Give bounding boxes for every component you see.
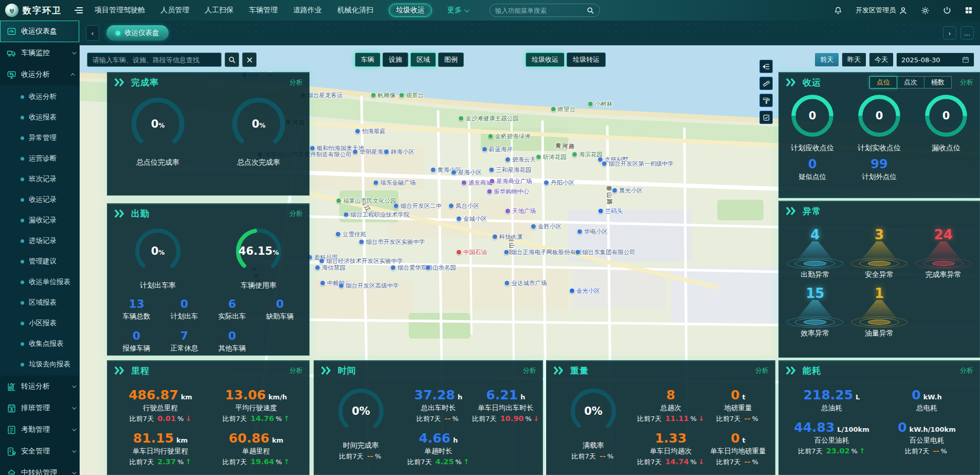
metric-label: 单车日均出车时长 (472, 403, 539, 413)
metric-label: 单车日均行驶里程 (113, 447, 208, 456)
radar-icon (848, 300, 910, 327)
map-label-text: 金光小区 (576, 287, 600, 295)
user-box[interactable]: 开发区管理员 (856, 6, 908, 15)
sidebar-subitem-7[interactable]: 漏收记录 (0, 210, 79, 231)
analysis-link[interactable]: 分析 (289, 78, 303, 87)
sidebar-item-3[interactable]: 收运分析 (0, 64, 79, 85)
sidebar-subitem-10[interactable]: 收运单位报表 (0, 272, 79, 292)
apps-grid-icon[interactable] (965, 6, 973, 14)
sidebar-subitem-3[interactable]: 异常管理 (0, 128, 79, 148)
menu-collapse-icon[interactable] (74, 7, 83, 14)
layer-toggle-1[interactable]: 车辆 (355, 52, 380, 67)
collection-tab-3[interactable]: 桶数 (924, 76, 952, 89)
poi-label: 银和怡海国奥天地 (310, 145, 364, 152)
sidebar-subitem-6[interactable]: 收运记录 (0, 189, 79, 210)
tool-ruler-button[interactable] (759, 77, 773, 90)
sidebar-subitem-13[interactable]: 收集点报表 (0, 333, 79, 354)
analysis-link[interactable]: 分析 (960, 78, 973, 87)
compare-line: 比前7天 11.11%↓ (637, 414, 704, 424)
abnormal-count: 3 (847, 228, 912, 241)
poi-label: 帆雕像 (371, 92, 396, 99)
nav-item-8[interactable]: 更多 (447, 6, 468, 15)
poi-label: 金光小区 (569, 287, 600, 295)
map-search-input[interactable] (87, 52, 222, 67)
mileage-metrics: 486.87km行驶总里程比前7天 0.01%↓13.06km/h平均行驶速度比… (107, 380, 309, 467)
tool-measure-brush-button[interactable] (759, 94, 773, 107)
analysis-link[interactable]: 分析 (289, 366, 303, 375)
ruler-icon (763, 80, 770, 87)
map-label-text: 烟台正海电子网板股份有限公司 (511, 249, 594, 256)
sidebar-subitem-8[interactable]: 进场记录 (0, 231, 79, 251)
tab-more-button[interactable]: … (960, 26, 974, 40)
nav-item-3[interactable]: 人工扫保 (205, 6, 233, 15)
map-search-button[interactable] (225, 52, 239, 67)
compare-prefix: 比前7天 (130, 415, 156, 423)
sidebar-subitem-14[interactable]: 垃圾去向报表 (0, 354, 79, 375)
analysis-link[interactable]: 分析 (960, 366, 973, 375)
date-button-1[interactable]: 前天 (814, 52, 839, 67)
collection-tab-1[interactable]: 点位 (869, 76, 897, 89)
tool-layer-list-button[interactable] (759, 60, 773, 73)
tool-select-check-button[interactable] (759, 111, 773, 124)
date-button-2[interactable]: 昨天 (842, 52, 866, 67)
bell-icon[interactable] (834, 6, 842, 15)
poi-label: 华明星海湾 (352, 148, 389, 156)
nav-item-4[interactable]: 车辆管理 (249, 6, 278, 15)
sidebar-item-5[interactable]: 排班管理 (0, 397, 79, 419)
nav-item-1[interactable]: 项目管理驾驶舱 (95, 6, 145, 15)
poi-icon (492, 234, 498, 240)
collection-tab-2[interactable]: 点次 (897, 76, 924, 89)
gauge-label: 满载率 (550, 441, 637, 450)
nav-item-5[interactable]: 道路作业 (293, 6, 322, 15)
analysis-link[interactable]: 分析 (755, 366, 769, 375)
date-picker[interactable]: 2025-08-30 (896, 52, 974, 67)
bullet-icon (21, 136, 24, 140)
metric-1: 37.28h总出车时长比前7天 --% (405, 388, 472, 424)
sidebar-subitem-2[interactable]: 收运报表 (0, 107, 79, 128)
sidebar-subitem-1[interactable]: 收运分析 (0, 86, 79, 107)
tab-next-button[interactable]: › (943, 26, 956, 40)
attendance-gauges: 0%计划出车率46.15%车辆使用率 (107, 223, 309, 290)
analysis-link[interactable]: 分析 (289, 209, 303, 218)
map-container[interactable]: 黄河路黄河路珠江路泰山路衡山路北京南路扬帆广场烟台星龙客运帆雕像观景台瞭望台小树… (80, 45, 980, 475)
poi-label: 念慈别墅 (597, 156, 628, 164)
sidebar-item-4[interactable]: 转运分析 (0, 376, 79, 397)
sidebar-subitem-12[interactable]: 小区报表 (0, 313, 79, 333)
metric-unit: h (458, 393, 462, 401)
power-icon[interactable] (943, 6, 951, 14)
nav-item-2[interactable]: 人员管理 (160, 6, 189, 15)
sidebar-item-1[interactable]: 收运仪表盘 (0, 21, 79, 42)
map-label-text: 业达城市广场 (512, 279, 547, 287)
percent-sign: % (691, 415, 697, 423)
sidebar-subitem-9[interactable]: 管理建议 (0, 251, 79, 272)
layer-toggle-3[interactable]: 区域 (410, 52, 436, 67)
sidebar-subitem-5[interactable]: 班次记录 (0, 169, 79, 189)
sidebar-item-6[interactable]: 考勤管理 (0, 419, 79, 441)
search-icon[interactable] (587, 7, 594, 14)
tab-active[interactable]: 收运仪表盘 (106, 25, 169, 41)
abnormal-label: 效率异常 (783, 329, 847, 338)
mode-toggle-1[interactable]: 垃圾收运 (525, 52, 565, 67)
bullet-icon (21, 157, 24, 161)
nav-item-7[interactable]: 垃圾收运 (389, 4, 432, 17)
sidebar-subitem-4[interactable]: 运营诊断 (0, 148, 79, 169)
mode-toggle-2[interactable]: 垃圾转运 (567, 52, 606, 67)
sidebar-item-8[interactable]: 中转站管理 (0, 462, 79, 475)
layer-toggle-4[interactable]: 图例 (438, 52, 464, 67)
analysis-link[interactable]: 分析 (523, 366, 536, 375)
sidebar-subitem-11[interactable]: 区域报表 (0, 292, 79, 313)
nav-item-6[interactable]: 机械化清扫 (337, 6, 373, 15)
map-search-clear-button[interactable] (242, 52, 257, 67)
layer-toggle-2[interactable]: 设施 (383, 52, 408, 67)
gear-icon[interactable] (921, 6, 930, 15)
collection-ring-3: 0漏收点位 (913, 93, 979, 153)
top-search-input[interactable] (495, 7, 583, 14)
sidebar-item-7[interactable]: 安全管理 (0, 441, 79, 462)
tab-back-button[interactable]: ‹ (86, 25, 99, 41)
compare-line: 比前7天 --% (879, 447, 974, 456)
panel-title: 异常 (803, 205, 821, 217)
compare-line: 比前7天 --% (704, 414, 772, 424)
date-button-3[interactable]: 今天 (869, 52, 894, 67)
poi-icon (359, 239, 365, 245)
sidebar-item-2[interactable]: 车辆监控 (0, 42, 79, 64)
